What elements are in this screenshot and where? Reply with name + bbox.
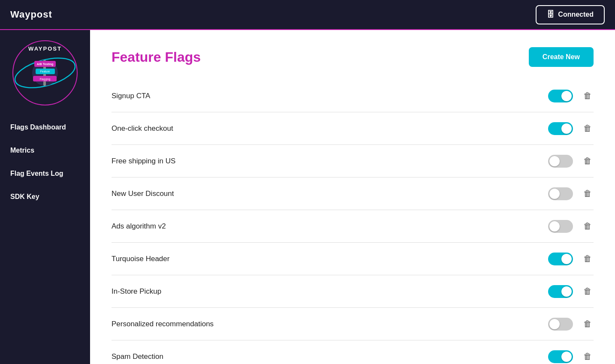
database-icon: 🗄: [547, 10, 555, 19]
flag-controls: 🗑: [548, 350, 594, 363]
flag-toggle[interactable]: [548, 318, 573, 331]
app-logo: Waypost: [10, 9, 52, 20]
svg-text:WAYPOST: WAYPOST: [28, 45, 62, 52]
content-area: Feature Flags Create New Signup CTA🗑One-…: [90, 30, 615, 364]
flag-toggle[interactable]: [548, 253, 573, 265]
flag-name: New User Discount: [112, 190, 174, 198]
sidebar-item-metrics[interactable]: Metrics: [0, 139, 90, 162]
flag-delete-button[interactable]: 🗑: [582, 317, 594, 331]
flag-delete-button[interactable]: 🗑: [582, 122, 594, 135]
flag-item: New User Discount🗑: [112, 177, 594, 210]
flag-controls: 🗑: [548, 89, 594, 102]
svg-text:Flagging: Flagging: [40, 78, 51, 81]
sidebar-nav: Flags Dashboard Metrics Flag Events Log …: [0, 116, 90, 208]
sidebar: A/B Testing Feature Flagging WAYPOST Fla…: [0, 30, 90, 364]
flag-controls: 🗑: [548, 252, 594, 265]
flag-name: Turquoise Header: [112, 255, 169, 263]
sidebar-logo: A/B Testing Feature Flagging WAYPOST: [11, 39, 79, 107]
flag-name: Free shipping in US: [112, 157, 175, 165]
flag-item: Turquoise Header🗑: [112, 243, 594, 275]
flag-controls: 🗑: [548, 317, 594, 331]
flag-toggle[interactable]: [548, 285, 573, 298]
flag-delete-button[interactable]: 🗑: [582, 89, 594, 102]
flag-item: Personalized recommendations🗑: [112, 308, 594, 340]
svg-text:A/B Testing: A/B Testing: [37, 63, 53, 66]
sidebar-item-flags-dashboard[interactable]: Flags Dashboard: [0, 116, 90, 139]
flag-delete-button[interactable]: 🗑: [582, 187, 594, 200]
flag-controls: 🗑: [548, 154, 594, 168]
top-header: Waypost 🗄 Connected: [0, 0, 615, 30]
sidebar-item-flag-events-log[interactable]: Flag Events Log: [0, 162, 90, 185]
flag-delete-button[interactable]: 🗑: [582, 154, 594, 168]
flag-item: Signup CTA🗑: [112, 80, 594, 112]
flag-controls: 🗑: [548, 122, 594, 135]
page-title: Feature Flags: [112, 49, 201, 65]
flag-item: Spam Detection🗑: [112, 340, 594, 364]
flags-list: Signup CTA🗑One-click checkout🗑Free shipp…: [112, 80, 594, 364]
flag-toggle[interactable]: [548, 350, 573, 363]
flag-controls: 🗑: [548, 285, 594, 298]
flag-name: Signup CTA: [112, 92, 150, 100]
flag-delete-button[interactable]: 🗑: [582, 285, 594, 298]
flag-toggle[interactable]: [548, 155, 573, 168]
flag-toggle[interactable]: [548, 220, 573, 233]
flag-name: Personalized recommendations: [112, 320, 214, 328]
flag-item: Ads algorithm v2🗑: [112, 210, 594, 243]
sidebar-item-sdk-key[interactable]: SDK Key: [0, 185, 90, 208]
create-new-button[interactable]: Create New: [529, 47, 594, 67]
flag-controls: 🗑: [548, 187, 594, 200]
flag-delete-button[interactable]: 🗑: [582, 350, 594, 363]
connected-label: Connected: [558, 11, 594, 18]
flag-name: One-click checkout: [112, 124, 173, 133]
flag-delete-button[interactable]: 🗑: [582, 252, 594, 265]
flag-controls: 🗑: [548, 220, 594, 233]
main-layout: A/B Testing Feature Flagging WAYPOST Fla…: [0, 30, 615, 364]
content-header: Feature Flags Create New: [112, 47, 594, 67]
flag-item: Free shipping in US🗑: [112, 145, 594, 177]
flag-toggle[interactable]: [548, 122, 573, 135]
connected-button[interactable]: 🗄 Connected: [536, 5, 605, 24]
flag-name: In-Store Pickup: [112, 287, 161, 296]
flag-toggle[interactable]: [548, 90, 573, 102]
flag-item: In-Store Pickup🗑: [112, 275, 594, 308]
flag-delete-button[interactable]: 🗑: [582, 220, 594, 233]
flag-name: Spam Detection: [112, 352, 163, 361]
flag-item: One-click checkout🗑: [112, 112, 594, 145]
svg-text:Feature: Feature: [40, 70, 50, 73]
flag-name: Ads algorithm v2: [112, 222, 166, 231]
flag-toggle[interactable]: [548, 187, 573, 200]
